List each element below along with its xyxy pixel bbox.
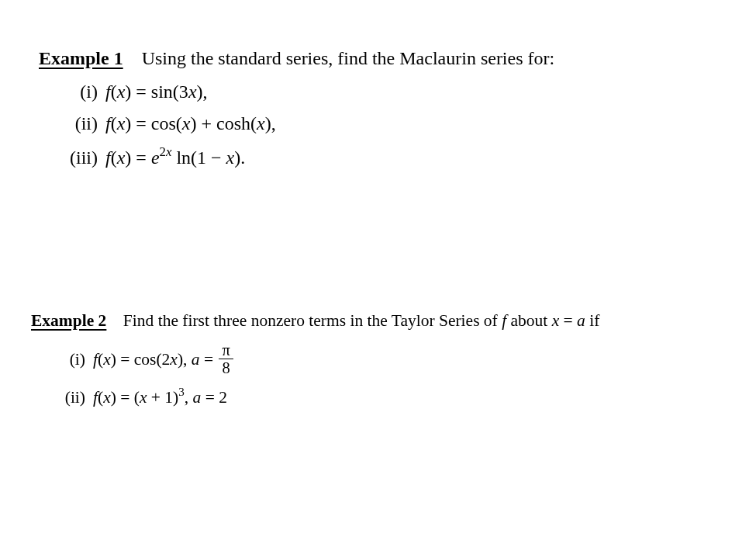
item-expression: f(x) = cos(2x), a = π8 (93, 343, 235, 379)
example-2-items: (i) f(x) = cos(2x), a = π8 (ii) f(x) = (… (47, 343, 717, 407)
item-expression: f(x) = sin(3x), (105, 81, 208, 102)
intro-b: about (506, 311, 552, 330)
example-1-items: (i) f(x) = sin(3x), (ii) f(x) = cos(x) +… (54, 81, 717, 168)
example-1-label: Example 1 (39, 48, 123, 68)
example-2-item-ii: (ii) f(x) = (x + 1)3, a = 2 (47, 386, 717, 407)
vertical-gap (39, 179, 717, 311)
page-content: Example 1 Using the standard series, fin… (0, 0, 756, 407)
intro-a2: a (577, 311, 585, 330)
item-number: (ii) (47, 388, 85, 407)
example-1-header: Example 1 Using the standard series, fin… (39, 48, 717, 69)
item-expression: f(x) = e22xx ln(1 − x). (105, 145, 245, 168)
example-1-item-iii: (iii) f(x) = e22xx ln(1 − x). (54, 145, 717, 168)
example-2-label: Example 2 (31, 311, 106, 330)
example-1-item-ii: (ii) f(x) = cos(x) + cosh(x), (54, 113, 717, 134)
item-number: (i) (47, 350, 85, 369)
example-1-item-i: (i) f(x) = sin(3x), (54, 81, 717, 102)
example-2-intro-a: Find the first three nonzero terms in th… (123, 311, 502, 330)
example-2-item-i: (i) f(x) = cos(2x), a = π8 (47, 343, 717, 379)
intro-d: if (585, 311, 600, 330)
item-number: (ii) (54, 113, 98, 134)
example-2-header: Example 2 Find the first three nonzero t… (31, 311, 717, 331)
intro-x: x (552, 311, 560, 330)
item-number: (i) (54, 81, 98, 102)
fraction: π8 (219, 341, 233, 377)
example-1-intro: Using the standard series, find the Macl… (142, 48, 555, 68)
item-expression: f(x) = (x + 1)3, a = 2 (93, 386, 227, 407)
example-2-block: Example 2 Find the first three nonzero t… (31, 311, 717, 407)
intro-c: = (559, 311, 577, 330)
item-number: (iii) (54, 147, 98, 168)
item-expression: f(x) = cos(x) + cosh(x), (105, 113, 276, 134)
